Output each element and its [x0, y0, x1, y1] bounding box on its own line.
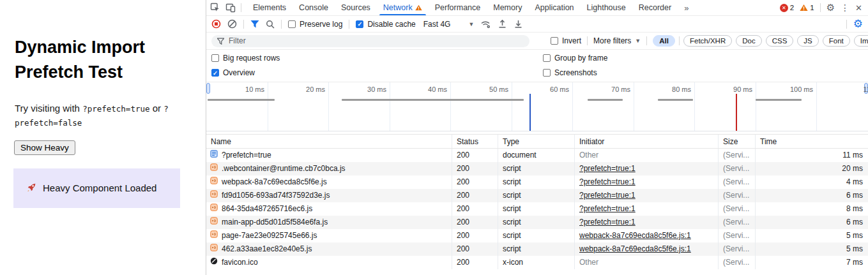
funnel-icon — [217, 38, 224, 45]
network-request-row[interactable]: page-7ae23e0925745e66.js 200 script webp… — [206, 229, 868, 242]
column-header-initiator[interactable]: Initiator — [575, 135, 719, 148]
request-name[interactable]: webpack-8a7c69ecda8c5f6e.js — [222, 175, 327, 189]
settings-gear-icon[interactable]: ⚙ — [826, 2, 835, 13]
column-header-type[interactable]: Type — [498, 135, 575, 148]
request-name[interactable]: 462.a33aae1ec82e40e5.js — [222, 242, 312, 256]
request-name[interactable]: favicon.ico — [222, 256, 258, 269]
initiator-link[interactable]: ?prefetch=true:1 — [579, 218, 636, 227]
network-request-row[interactable]: webpack-8a7c69ecda8c5f6e.js 200 script ?… — [206, 175, 868, 189]
inspect-element-icon[interactable] — [210, 3, 220, 13]
device-toolbar-icon[interactable] — [225, 3, 236, 13]
tab-recorder[interactable]: Recorder — [632, 0, 678, 15]
filter-chip-fetch-xhr[interactable]: Fetch/XHR — [683, 35, 732, 47]
filter-input[interactable]: Filter — [211, 35, 529, 47]
request-name[interactable]: page-7ae23e0925745e66.js — [222, 229, 317, 242]
throttling-value: Fast 4G — [423, 20, 451, 29]
tab-memory[interactable]: Memory — [487, 0, 528, 15]
more-tabs-chevron[interactable]: » — [678, 0, 694, 15]
preserve-log-checkbox[interactable]: Preserve log — [288, 20, 342, 29]
divider — [243, 20, 244, 29]
overview-request-bar — [588, 99, 623, 101]
initiator-text: Other — [579, 151, 598, 160]
kebab-menu-icon[interactable]: ⋮ — [841, 3, 849, 13]
warning-badge[interactable]: 1 — [800, 4, 814, 11]
request-status: 200 — [452, 242, 498, 256]
filter-chip-css[interactable]: CSS — [766, 35, 794, 47]
filter-chip-img[interactable]: Img — [854, 35, 868, 47]
export-har-icon[interactable] — [514, 19, 523, 29]
overview-request-bar — [208, 99, 275, 101]
checkbox-unchecked-icon — [211, 54, 219, 62]
request-name[interactable]: ?prefetch=true — [222, 149, 271, 162]
network-settings-gear-icon[interactable]: ⚙ — [853, 19, 863, 29]
column-header-size[interactable]: Size — [719, 135, 756, 148]
error-badge[interactable]: ✕ 2 — [780, 4, 794, 12]
initiator-link[interactable]: webpack-8a7c69ecda8c5f6e.js:1 — [579, 244, 691, 253]
request-name[interactable]: fd9d1056-693ad74f37592d3e.js — [222, 189, 330, 202]
tab-elements[interactable]: Elements — [247, 0, 293, 15]
tab-sources[interactable]: Sources — [335, 0, 377, 15]
request-name[interactable]: 864-35da487265716ec6.js — [222, 202, 312, 216]
network-request-row[interactable]: 864-35da487265716ec6.js 200 script ?pref… — [206, 202, 868, 216]
filter-chip-font[interactable]: Font — [823, 35, 850, 47]
network-request-row[interactable]: 462.a33aae1ec82e40e5.js 200 script webpa… — [206, 242, 868, 256]
checkbox-unchecked-icon — [288, 20, 296, 28]
tab-performance[interactable]: Performance — [429, 0, 487, 15]
column-header-time[interactable]: Time — [756, 135, 868, 148]
request-time: 5 ms — [756, 242, 868, 256]
request-type: script — [498, 229, 575, 242]
more-filters-button[interactable]: More filters ▼ — [593, 36, 641, 45]
close-devtools-icon[interactable]: ✕ — [855, 3, 862, 13]
request-name[interactable]: .webcontainer@runtime.cb7c0bca.js — [222, 162, 346, 175]
network-request-row[interactable]: main-app-dd5d01d5f584e6fa.js 200 script … — [206, 216, 868, 229]
overview-checkbox[interactable]: ✓ Overview — [211, 68, 255, 77]
search-icon[interactable] — [266, 20, 275, 29]
big-request-rows-checkbox[interactable]: Big request rows — [211, 54, 280, 63]
initiator-link[interactable]: webpack-8a7c69ecda8c5f6e.js:1 — [579, 231, 691, 240]
network-request-row[interactable]: .webcontainer@runtime.cb7c0bca.js 200 sc… — [206, 162, 868, 175]
filter-chip-doc[interactable]: Doc — [736, 35, 761, 47]
request-size: (Servi... — [719, 256, 756, 269]
request-name[interactable]: main-app-dd5d01d5f584e6fa.js — [222, 216, 328, 229]
network-conditions-icon[interactable] — [480, 19, 491, 29]
tab-network[interactable]: Network — [377, 0, 429, 15]
throttling-select[interactable]: Fast 4G ▼ — [423, 20, 475, 29]
filter-toggle-icon[interactable] — [250, 20, 259, 28]
request-status: 200 — [452, 149, 498, 162]
network-request-row[interactable]: ?prefetch=true 200 document Other (Servi… — [206, 149, 868, 162]
more-filters-label: More filters — [593, 36, 631, 45]
request-type: x-icon — [498, 256, 575, 269]
script-icon — [210, 230, 218, 238]
filter-chip-all[interactable]: All — [653, 35, 675, 47]
initiator-link[interactable]: ?prefetch=true:1 — [579, 177, 636, 186]
filter-chip-js[interactable]: JS — [797, 35, 818, 47]
initiator-link[interactable]: ?prefetch=true:1 — [579, 164, 636, 173]
screenshots-checkbox[interactable]: Screenshots — [543, 68, 597, 77]
tab-console[interactable]: Console — [293, 0, 335, 15]
show-heavy-button[interactable]: Show Heavy — [14, 140, 75, 155]
network-overview-timeline[interactable]: 10 ms20 ms30 ms40 ms50 ms60 ms70 ms80 ms… — [206, 82, 868, 131]
import-har-icon[interactable] — [498, 19, 507, 29]
column-header-name[interactable]: Name — [206, 135, 452, 148]
intro-text: Try visiting with ?prefetch=true or ?pre… — [15, 101, 194, 130]
network-options: Big request rows Group by frame ✓ Overvi… — [206, 50, 868, 82]
intro-or: or — [150, 103, 164, 114]
clear-network-log-icon[interactable] — [227, 19, 237, 29]
group-by-frame-checkbox[interactable]: Group by frame — [543, 54, 607, 63]
request-size: (Servi... — [719, 229, 756, 242]
record-network-log-icon[interactable] — [211, 19, 221, 29]
initiator-link[interactable]: ?prefetch=true:1 — [579, 204, 636, 213]
invert-checkbox[interactable]: Invert — [551, 36, 581, 45]
network-request-row[interactable]: favicon.ico 200 x-icon Other (Servi... 7… — [206, 256, 868, 269]
initiator-link[interactable]: ?prefetch=true:1 — [579, 191, 636, 200]
disable-cache-checkbox[interactable]: ✓ Disable cache — [356, 20, 415, 29]
tab-label: Console — [299, 3, 328, 12]
network-request-row[interactable]: fd9d1056-693ad74f37592d3e.js 200 script … — [206, 189, 868, 202]
overview-left-handle[interactable] — [206, 83, 210, 94]
tab-application[interactable]: Application — [528, 0, 580, 15]
group-by-frame-label: Group by frame — [554, 54, 607, 63]
tab-lighthouse[interactable]: Lighthouse — [581, 0, 632, 15]
column-header-status[interactable]: Status — [452, 135, 498, 148]
timeline-gridline — [816, 82, 817, 131]
tab-label: Elements — [253, 3, 286, 12]
